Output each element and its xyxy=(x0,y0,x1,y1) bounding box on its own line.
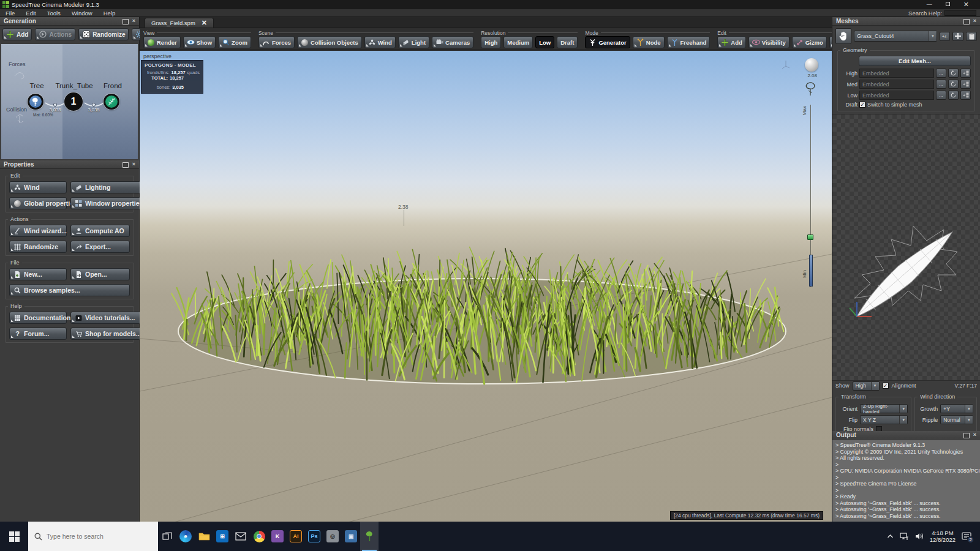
mode-node-button[interactable]: Node xyxy=(633,36,665,48)
hand-tool-button[interactable] xyxy=(835,28,851,44)
alignment-checkbox[interactable]: ✓ xyxy=(883,383,889,389)
export-button[interactable]: Export... xyxy=(70,241,130,253)
taskbar-edge[interactable]: e xyxy=(176,522,195,551)
menu-window[interactable]: Window xyxy=(66,10,98,17)
document-tab[interactable]: Grass_Field.spm ✕ xyxy=(145,18,214,28)
mode-generator-button[interactable]: Generator xyxy=(585,36,630,48)
shop-models-button[interactable]: Shop for models... xyxy=(70,328,146,340)
trunk-node[interactable]: 1 xyxy=(64,92,83,111)
close-panel-icon[interactable]: × xyxy=(973,432,976,438)
gizmo-button[interactable]: Gizmo xyxy=(792,36,827,48)
edit-add-button[interactable]: Add xyxy=(717,36,745,48)
assign-high-button[interactable] xyxy=(960,69,971,78)
resolution-draft-button[interactable]: Draft xyxy=(557,36,578,48)
new-button[interactable]: New... xyxy=(9,268,67,280)
med-mesh-input[interactable] xyxy=(859,80,934,89)
documentation-button[interactable]: Documentation... xyxy=(9,312,67,324)
show-button[interactable]: Show xyxy=(183,36,216,48)
assign-med-button[interactable] xyxy=(960,80,971,89)
trackball-widget[interactable] xyxy=(805,58,818,72)
assign-low-button[interactable] xyxy=(960,91,971,100)
taskbar-app-gray[interactable]: ◎ xyxy=(323,522,342,551)
edit-mesh-button[interactable]: Edit Mesh... xyxy=(859,56,971,66)
float-panel-icon[interactable] xyxy=(124,162,129,167)
randomize-button[interactable]: Randomize xyxy=(9,241,67,253)
add-mesh-button[interactable] xyxy=(952,32,963,41)
global-properties-button[interactable]: Global properties xyxy=(9,197,67,209)
frond-node[interactable] xyxy=(104,94,119,110)
browse-high-button[interactable]: ... xyxy=(936,69,946,78)
forces-button[interactable]: Forces xyxy=(258,36,295,48)
float-panel-icon[interactable] xyxy=(965,433,970,437)
taskbar-photoshop[interactable]: Ps xyxy=(305,522,323,551)
randomize-generation-button[interactable]: Randomize xyxy=(78,28,129,40)
open-button[interactable]: Open... xyxy=(70,268,130,280)
output-console[interactable]: > SpeedTree® Cinema Modeler 9.1.3 > Copy… xyxy=(832,440,980,522)
maximize-button[interactable] xyxy=(946,2,950,6)
float-panel-icon[interactable] xyxy=(965,19,970,23)
mode-freehand-button[interactable]: Freehand xyxy=(667,36,710,48)
search-help-input[interactable] xyxy=(944,10,976,16)
minimize-button[interactable]: — xyxy=(927,0,932,9)
browse-samples-button[interactable]: Browse samples... xyxy=(9,284,130,296)
cameras-button[interactable]: Cameras xyxy=(432,36,473,48)
wind-button-toolbar[interactable]: Wind xyxy=(364,36,396,48)
low-mesh-input[interactable] xyxy=(859,91,934,100)
close-panel-icon[interactable]: × xyxy=(132,18,135,24)
reload-high-button[interactable] xyxy=(948,69,959,78)
slider-handle[interactable] xyxy=(807,234,813,240)
wind-button[interactable]: Wind xyxy=(9,181,67,193)
window-properties-button[interactable]: Window properties xyxy=(70,197,147,209)
scale-slider[interactable] xyxy=(805,105,813,287)
taskbar-file-explorer[interactable] xyxy=(195,522,213,551)
video-tutorials-button[interactable]: Video tutorials... xyxy=(70,312,146,324)
tree-node[interactable] xyxy=(28,94,43,110)
menu-file[interactable]: File xyxy=(0,10,20,17)
start-button[interactable] xyxy=(0,522,28,551)
zoom-button[interactable]: Zoom xyxy=(218,36,251,48)
notification-center-button[interactable]: 2 xyxy=(962,532,971,541)
taskbar-store[interactable]: ⊞ xyxy=(213,522,232,551)
orient-select[interactable]: Z-Up Right-handed▼ xyxy=(860,404,908,413)
plus-minus-button[interactable]: +/- xyxy=(940,32,950,41)
taskbar-illustrator[interactable]: Ai xyxy=(287,522,305,551)
mesh-select[interactable]: Grass_Cutout4▼ xyxy=(854,31,937,42)
viewport-3d[interactable]: perspective POLYGONS - MODEL fronds/fins… xyxy=(140,51,832,522)
resolution-high-button[interactable]: High xyxy=(481,36,501,48)
menu-edit[interactable]: Edit xyxy=(20,10,41,17)
volume-tray-icon[interactable] xyxy=(915,533,924,540)
node-graph[interactable]: Forces Collision Tree Trunk_Tube Frond 1… xyxy=(1,44,138,159)
slider-range-bar[interactable] xyxy=(809,255,813,287)
show-level-select[interactable]: High▼ xyxy=(853,381,880,391)
browse-low-button[interactable]: ... xyxy=(936,91,946,100)
wind-wizard-button[interactable]: Wind wizard... xyxy=(9,225,67,237)
flip-select[interactable]: X Y Z▼ xyxy=(860,415,908,424)
add-generator-button[interactable]: Add xyxy=(2,28,32,40)
lighting-button[interactable]: Lighting xyxy=(70,181,147,193)
menu-help[interactable]: Help xyxy=(98,10,121,17)
taskbar-chrome[interactable] xyxy=(250,522,268,551)
close-panel-icon[interactable]: × xyxy=(132,162,135,167)
switch-simple-checkbox[interactable]: ✓ xyxy=(859,102,865,108)
growth-select[interactable]: +Y▼ xyxy=(940,404,973,413)
close-tab-icon[interactable]: ✕ xyxy=(202,19,207,27)
taskbar-speedtree-active[interactable] xyxy=(360,522,379,551)
menu-tools[interactable]: Tools xyxy=(42,10,66,17)
task-view-button[interactable] xyxy=(158,522,176,551)
taskbar-mail[interactable] xyxy=(232,522,250,551)
hidden-icons-chevron[interactable] xyxy=(887,534,894,539)
ripple-select[interactable]: Normal▼ xyxy=(940,415,973,424)
close-panel-icon[interactable]: × xyxy=(973,18,976,24)
reload-med-button[interactable] xyxy=(948,80,959,89)
browse-med-button[interactable]: ... xyxy=(936,80,946,89)
clipboard-button[interactable] xyxy=(966,32,977,41)
close-button[interactable]: ✕ xyxy=(963,0,969,9)
search-input[interactable] xyxy=(47,533,138,540)
network-tray-icon[interactable] xyxy=(900,533,909,541)
visibility-button[interactable]: Visibility xyxy=(748,36,790,48)
high-mesh-input[interactable] xyxy=(859,69,934,78)
resolution-low-button[interactable]: Low xyxy=(535,36,554,48)
reload-low-button[interactable] xyxy=(948,91,959,100)
light-button[interactable]: Light xyxy=(398,36,429,48)
float-panel-icon[interactable] xyxy=(124,19,129,23)
